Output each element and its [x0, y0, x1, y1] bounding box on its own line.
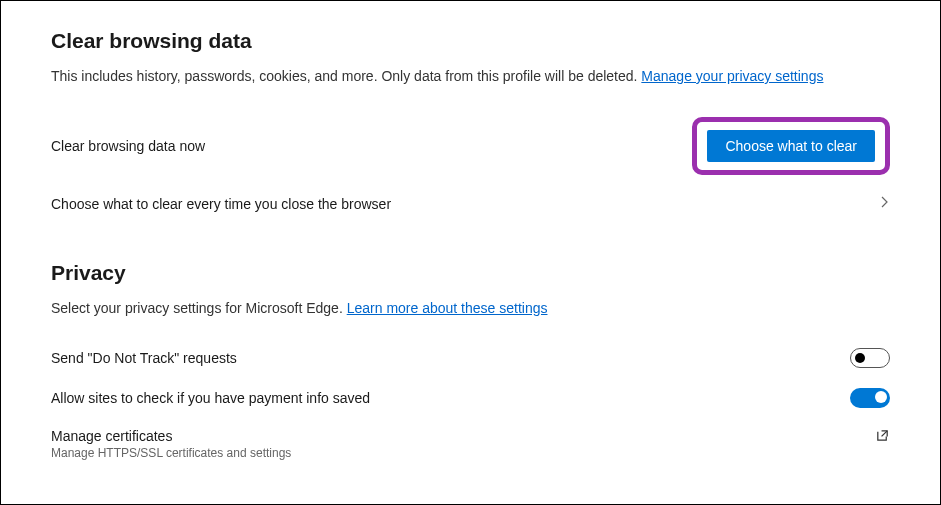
privacy-desc-text: Select your privacy settings for Microso…: [51, 300, 347, 316]
clear-data-desc-text: This includes history, passwords, cookie…: [51, 68, 641, 84]
learn-more-privacy-link[interactable]: Learn more about these settings: [347, 300, 548, 316]
certificates-label: Manage certificates: [51, 428, 875, 444]
clear-on-close-row[interactable]: Choose what to clear every time you clos…: [51, 185, 890, 223]
highlight-annotation: Choose what to clear: [692, 117, 890, 175]
payment-info-label: Allow sites to check if you have payment…: [51, 390, 850, 406]
clear-on-close-label: Choose what to clear every time you clos…: [51, 196, 880, 212]
payment-info-row: Allow sites to check if you have payment…: [51, 378, 890, 418]
clear-now-label: Clear browsing data now: [51, 138, 692, 154]
choose-what-to-clear-button[interactable]: Choose what to clear: [707, 130, 875, 162]
privacy-description: Select your privacy settings for Microso…: [51, 299, 890, 319]
privacy-title: Privacy: [51, 261, 890, 285]
do-not-track-label: Send "Do Not Track" requests: [51, 350, 850, 366]
do-not-track-toggle[interactable]: [850, 348, 890, 368]
certificates-row[interactable]: Manage certificates Manage HTTPS/SSL cer…: [51, 418, 890, 470]
clear-data-description: This includes history, passwords, cookie…: [51, 67, 890, 87]
manage-privacy-link[interactable]: Manage your privacy settings: [641, 68, 823, 84]
clear-data-title: Clear browsing data: [51, 29, 890, 53]
payment-info-toggle[interactable]: [850, 388, 890, 408]
certificates-sublabel: Manage HTTPS/SSL certificates and settin…: [51, 446, 875, 460]
external-link-icon: [875, 428, 890, 447]
do-not-track-row: Send "Do Not Track" requests: [51, 338, 890, 378]
chevron-right-icon: [880, 195, 890, 213]
clear-now-row: Clear browsing data now Choose what to c…: [51, 107, 890, 185]
